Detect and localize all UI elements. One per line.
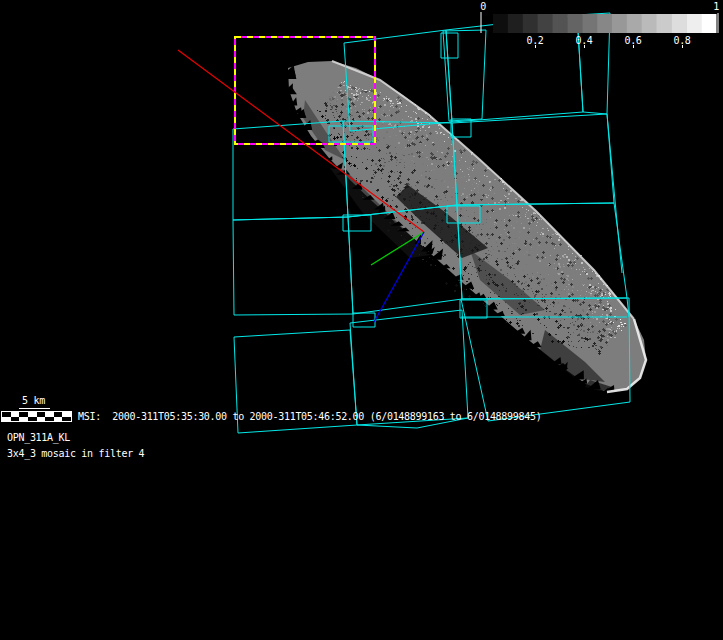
- asteroid-plate-mark: [560, 324, 561, 327]
- asteroid-plate-mark: [591, 277, 592, 280]
- asteroid-facet-dot: [548, 264, 549, 265]
- asteroid-facet-dot: [356, 178, 357, 179]
- asteroid-plate-mark: [349, 162, 350, 165]
- asteroid-facet-dot: [366, 138, 367, 139]
- asteroid-facet-dot: [594, 330, 595, 331]
- asteroid-facet-dot: [548, 300, 549, 301]
- image-viewport[interactable]: 0 1 0.20.40.60.8 5 km MSI: 2000-311T05:3…: [0, 0, 723, 640]
- asteroid-facet-dot: [542, 297, 543, 298]
- asteroid-facet-dot: [398, 142, 400, 144]
- asteroid-plate-mark: [599, 292, 600, 295]
- mosaic-footprint-edge: [607, 114, 622, 273]
- asteroid-facet-dot: [422, 259, 424, 260]
- asteroid-facet-dot: [555, 299, 556, 300]
- asteroid-facet-dot: [543, 278, 545, 280]
- asteroid-facet-dot: [467, 216, 468, 217]
- asteroid-facet-dot: [567, 275, 569, 277]
- asteroid-facet-dot: [443, 134, 445, 135]
- asteroid-facet-dot: [550, 255, 551, 256]
- asteroid-facet-dot: [621, 324, 623, 325]
- asteroid-plate-mark: [458, 255, 459, 258]
- asteroid-facet-dot: [471, 190, 472, 191]
- asteroid-facet-dot: [605, 334, 606, 335]
- asteroid-facet-dot: [582, 271, 583, 272]
- asteroid-facet-dot: [538, 302, 539, 303]
- colorbar-max-label: 1: [713, 1, 719, 12]
- asteroid-facet-dot: [531, 277, 532, 278]
- colorbar-step: [686, 14, 701, 33]
- asteroid-facet-dot: [525, 281, 527, 283]
- asteroid-facet-dot: [576, 292, 577, 293]
- scene-canvas: [0, 0, 723, 640]
- asteroid-facet-dot: [558, 245, 559, 246]
- asteroid-facet-dot: [415, 118, 417, 120]
- asteroid-facet-dot: [476, 228, 478, 229]
- asteroid-plate-mark: [322, 115, 323, 118]
- asteroid-plate-mark: [387, 99, 388, 102]
- asteroid-facet-dot: [434, 199, 435, 200]
- asteroid-facet-dot: [528, 221, 529, 222]
- asteroid-facet-dot: [351, 111, 352, 112]
- asteroid-plate-mark: [560, 243, 561, 246]
- asteroid-facet-dot: [477, 199, 478, 200]
- asteroid-facet-dot: [595, 291, 596, 292]
- asteroid-facet-dot: [455, 211, 456, 212]
- asteroid-facet-dot: [406, 105, 407, 106]
- asteroid-plate-mark: [604, 329, 605, 332]
- colorbar-tick-label: 0.4: [575, 35, 592, 46]
- asteroid-facet-dot: [554, 288, 556, 289]
- asteroid-facet-dot: [451, 144, 452, 145]
- asteroid-plate-mark: [481, 233, 482, 236]
- asteroid-facet-dot: [341, 99, 343, 101]
- asteroid-facet-dot: [471, 274, 472, 275]
- asteroid-facet-dot: [548, 291, 549, 292]
- asteroid-plate-mark: [372, 117, 373, 120]
- asteroid-facet-dot: [404, 158, 405, 159]
- asteroid-facet-dot: [584, 341, 585, 342]
- asteroid-facet-dot: [396, 99, 397, 100]
- asteroid-facet-dot: [361, 149, 362, 150]
- asteroid-facet-dot: [340, 90, 342, 91]
- asteroid-facet-dot: [451, 162, 453, 163]
- asteroid-facet-dot: [429, 171, 430, 172]
- asteroid-facet-dot: [356, 157, 357, 158]
- asteroid-facet-dot: [550, 296, 552, 297]
- asteroid-facet-dot: [354, 98, 356, 100]
- asteroid-facet-dot: [549, 311, 551, 312]
- asteroid-plate-mark: [417, 151, 418, 154]
- asteroid-facet-dot: [494, 293, 495, 294]
- asteroid-facet-dot: [576, 269, 577, 270]
- asteroid-facet-dot: [581, 329, 582, 330]
- asteroid-facet-dot: [382, 124, 383, 125]
- asteroid-plate-mark: [528, 231, 529, 234]
- asteroid-facet-dot: [555, 290, 556, 291]
- asteroid-facet-dot: [384, 159, 385, 160]
- asteroid-facet-dot: [566, 278, 568, 280]
- asteroid-facet-dot: [425, 145, 426, 146]
- asteroid-facet-dot: [514, 274, 515, 275]
- asteroid-plate-mark: [448, 147, 449, 150]
- asteroid-facet-dot: [575, 311, 576, 312]
- asteroid-facet-dot: [416, 151, 417, 152]
- asteroid-facet-dot: [376, 94, 377, 95]
- asteroid-facet-dot: [355, 94, 356, 95]
- asteroid-facet-dot: [538, 274, 539, 275]
- asteroid-facet-dot: [451, 214, 452, 215]
- asteroid-plate-mark: [555, 281, 556, 284]
- asteroid-facet-dot: [391, 105, 393, 106]
- asteroid-facet-dot: [592, 331, 594, 333]
- asteroid-facet-dot: [486, 196, 487, 197]
- asteroid-facet-dot: [617, 326, 618, 327]
- asteroid-plate-mark: [529, 222, 530, 225]
- asteroid-facet-dot: [541, 288, 543, 290]
- asteroid-facet-dot: [463, 196, 465, 197]
- asteroid-facet-dot: [486, 219, 487, 220]
- asteroid-plate-mark: [558, 326, 559, 329]
- asteroid-facet-dot: [437, 133, 438, 134]
- asteroid-facet-dot: [568, 289, 569, 290]
- asteroid-facet-dot: [549, 264, 550, 265]
- asteroid-facet-dot: [575, 321, 576, 322]
- asteroid-facet-dot: [478, 225, 479, 226]
- asteroid-facet-dot: [537, 272, 538, 273]
- asteroid-facet-dot: [442, 243, 443, 244]
